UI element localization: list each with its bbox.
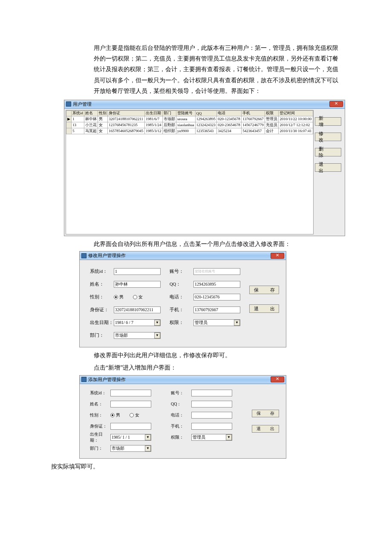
caption-after-edit-1: 修改界面中列出此用户详细信息，作修改保存即可。 (51, 350, 341, 361)
caption-after-edit-2: 点击“新增”进入增加用户界面： (51, 362, 341, 373)
label-birth: 出生日期： (90, 320, 114, 326)
save-button[interactable]: 保 存 (252, 410, 279, 417)
dept-select[interactable]: 市场部 (114, 332, 161, 339)
intro-paragraph: 用户主要是指能在后台登陆的管理用户，此版本有三种用户：第一，管理员，拥有除充值权… (51, 43, 341, 96)
save-button[interactable]: 保 存 (249, 286, 279, 294)
tel-input[interactable]: 020-12345676 (193, 294, 240, 301)
label-sex: 性别： (90, 294, 114, 300)
label-qq: QQ： (170, 281, 193, 287)
label-sysid: 系统id： (90, 390, 110, 396)
label-acct: 账号： (171, 390, 191, 396)
window-icon (81, 377, 86, 382)
idcard-input[interactable]: 320724188107062211 (114, 306, 161, 313)
chevron-down-icon[interactable]: ▼ (226, 434, 232, 440)
acct-input[interactable] (191, 390, 232, 396)
edit-user-window: 修改用户管理操作 ✕ 系统id： 1 姓名： 孙中林 性别： 男 女 身份证： … (79, 251, 286, 347)
chevron-down-icon[interactable]: ▼ (145, 434, 151, 440)
perm-select[interactable]: 管理员 (193, 319, 240, 326)
label-mobile: 手机： (170, 307, 193, 313)
table-row[interactable]: 5马英超 女165785460526879045 1985/3/12组织部 yu… (66, 128, 313, 134)
window-icon (81, 253, 86, 258)
footer-paragraph: 按实际填写即可。 (51, 461, 341, 472)
close-icon[interactable]: ✕ (329, 101, 343, 107)
window-title: 用户管理 (73, 101, 92, 107)
qq-input[interactable] (191, 401, 232, 408)
user-mgmt-window: 用户管理 ✕ 系统id姓名 性别身份证 出生日期部门 登陆账号QQ 电话手机 权… (64, 100, 345, 236)
edit-button[interactable]: 修 改 (315, 133, 341, 141)
label-name: 姓名： (90, 281, 114, 287)
sysid-input[interactable] (110, 390, 151, 396)
quit-button[interactable]: 退 出 (252, 425, 279, 433)
name-input[interactable] (110, 401, 151, 408)
table-row[interactable]: ▶ 1林中林 男320724188107062211 1981/6/7市场部 s… (66, 116, 313, 122)
mobile-input[interactable] (191, 423, 232, 430)
name-input[interactable]: 孙中林 (114, 281, 161, 288)
label-sysid: 系统id： (90, 269, 114, 275)
radio-female[interactable]: 女 (130, 412, 139, 418)
label-sex: 性别： (90, 412, 110, 418)
label-mobile: 手机： (171, 423, 191, 429)
caption-after-main: 此界面会自动列出所有用户信息，点击某一个用户点击修改进入修改界面： (51, 239, 341, 249)
close-icon[interactable]: ✕ (271, 253, 284, 259)
radio-male[interactable]: 男 (110, 412, 120, 418)
label-birth: 出生日期： (90, 431, 110, 443)
close-icon[interactable]: ✕ (271, 376, 284, 382)
title-bar: 添加用户管理操作 ✕ (80, 376, 286, 384)
quit-button[interactable]: 退 出 (249, 304, 279, 313)
label-idcard: 身份证： (90, 423, 110, 429)
user-grid[interactable]: 系统id姓名 性别身份证 出生日期部门 登陆账号QQ 电话手机 权限登记时间 ▶… (66, 110, 314, 234)
delete-button[interactable]: 删 除 (315, 148, 341, 156)
chevron-down-icon[interactable]: ▼ (145, 445, 151, 451)
label-name: 姓名： (90, 401, 110, 407)
label-qq: QQ： (171, 401, 191, 407)
table-row[interactable]: 13小兰花 女123768456781235 1985/1/24后勤部 xiao… (66, 122, 313, 128)
sysid-input[interactable]: 1 (114, 268, 161, 275)
chevron-down-icon[interactable]: ▼ (154, 332, 160, 338)
radio-male[interactable]: 男 (114, 294, 124, 300)
title-bar: 用户管理 ✕ (64, 100, 345, 109)
chevron-down-icon[interactable]: ▼ (154, 320, 160, 326)
label-dept: 部门： (90, 445, 110, 451)
label-acct: 账号： (170, 269, 193, 275)
tel-input[interactable] (191, 412, 232, 419)
add-user-window: 添加用户管理操作 ✕ 系统id： 姓名： 性别： 男 女 身份证： 出生日期： … (79, 375, 286, 459)
idcard-input[interactable] (110, 423, 151, 430)
window-title: 修改用户管理操作 (88, 252, 126, 259)
chevron-down-icon[interactable]: ▼ (234, 320, 240, 326)
label-dept: 部门： (90, 332, 114, 338)
qq-input[interactable]: 1294263895 (193, 281, 240, 288)
title-bar: 修改用户管理操作 ✕ (80, 251, 286, 260)
birth-select[interactable]: 1981/ 6 / 7 (114, 319, 161, 326)
window-title: 添加用户管理操作 (88, 376, 126, 383)
quit-button[interactable]: 退 出 (315, 163, 341, 172)
radio-female[interactable]: 女 (133, 294, 143, 300)
label-perm: 权限： (170, 320, 193, 326)
acct-input[interactable]: 登陆在线账号 (193, 268, 240, 275)
label-tel: 电话： (171, 412, 191, 418)
grid-header-row: 系统id姓名 性别身份证 出生日期部门 登陆账号QQ 电话手机 权限登记时间 (66, 110, 313, 116)
label-tel: 电话： (170, 294, 193, 300)
label-perm: 权限： (171, 434, 191, 440)
mobile-input[interactable]: 13760792667 (193, 306, 240, 313)
add-button[interactable]: 新 增 (315, 117, 341, 126)
window-icon (66, 101, 71, 107)
label-idcard: 身份证： (90, 307, 114, 313)
